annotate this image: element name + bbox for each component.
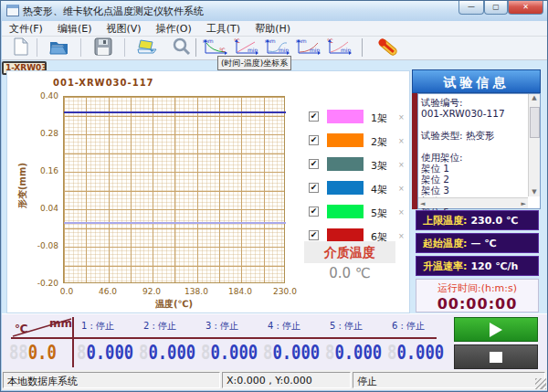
legend-checkbox-5[interactable]: ✔ xyxy=(309,207,319,217)
menu-tools[interactable]: 工具(T) xyxy=(199,20,248,37)
legend-mark-icon[interactable]: × xyxy=(398,137,405,145)
legend-checkbox-6[interactable]: ✔ xyxy=(309,230,319,240)
save-button[interactable] xyxy=(91,37,115,58)
svg-text:min: min xyxy=(279,47,290,53)
scrollbar-thumb[interactable] xyxy=(530,107,540,138)
info-line: 试验编号: xyxy=(421,97,522,108)
app-window: 热变形、维卡软化点温度测定仪软件系统 — ▢ ✕ 文件(F) 编辑(E) 视图(… xyxy=(0,0,548,392)
thermometer-icon xyxy=(374,37,401,59)
info-line: 架位 1 xyxy=(421,163,522,174)
legend-mark-icon[interactable]: × xyxy=(398,232,405,240)
test-info-box: 试验编号: 001-XRW030-117 试验类型: 热变形 使用架位: 架位 … xyxy=(417,93,541,209)
status-bar: 本地数据库系统 X:0.000 , Y:0.000 停止 xyxy=(2,370,547,390)
legend-label-3: 3架 xyxy=(371,159,387,173)
channel-3-header: 3 : 停止 xyxy=(206,320,238,333)
runtime-value: 00:00:00 xyxy=(416,295,538,313)
info-line: 试验类型: 热变形 xyxy=(421,130,522,141)
legend-checkbox-3[interactable]: ✔ xyxy=(309,159,319,169)
legend-label-4: 4架 xyxy=(371,183,387,196)
scroll-left-icon[interactable]: ◄ xyxy=(420,200,425,207)
x-tick: 230.0 xyxy=(267,287,303,296)
plot-area[interactable] xyxy=(63,96,285,283)
magnifier-icon xyxy=(173,37,191,58)
legend-mark-icon[interactable]: × xyxy=(398,113,405,122)
play-icon xyxy=(490,323,502,337)
chart-deform-time2-button[interactable]: mmmin xyxy=(294,37,323,58)
legend-label-1: 1架 xyxy=(371,111,387,125)
channel-4-header: 4 : 停止 xyxy=(268,320,300,333)
resize-grip[interactable] xyxy=(535,378,546,389)
chart-temp-time2-button[interactable]: ℃min xyxy=(325,37,354,58)
x-tick: 184.0 xyxy=(222,287,258,296)
unit-cell: ℃ mm xyxy=(11,317,72,337)
window-title: 热变形、维卡软化点温度测定仪软件系统 xyxy=(23,5,204,18)
menu-help[interactable]: 帮助(H) xyxy=(248,20,298,37)
legend-mark-icon[interactable]: × xyxy=(398,161,405,169)
close-button[interactable]: ✕ xyxy=(508,1,543,15)
channel-6-header: 6 : 停止 xyxy=(392,320,425,333)
readout-panel: ℃ mm 880.0 1 : 停止 2 : 停止 3 : 停止 4 : 停止 5… xyxy=(2,313,547,370)
channel-4-display: 80.000 xyxy=(263,342,320,364)
y-tick: -0.08 xyxy=(24,241,58,250)
maximize-button[interactable]: ▢ xyxy=(484,1,508,15)
scroll-right-icon[interactable]: ► xyxy=(522,200,526,207)
status-run-state: 停止 xyxy=(353,372,545,388)
test-info-header: 试验信息 xyxy=(412,69,541,93)
toolbar-tooltip: (时间-温度)坐标系 xyxy=(217,56,291,70)
legend-swatch-4 xyxy=(327,181,364,195)
legend-checkbox-1[interactable]: ✔ xyxy=(309,111,319,122)
title-bar: 热变形、维卡软化点温度测定仪软件系统 — ▢ ✕ xyxy=(1,1,548,21)
runtime-label: 运行时间:(h:m:s) xyxy=(416,281,538,295)
medium-temp-label: 介质温度 xyxy=(304,241,395,263)
new-document-button[interactable] xyxy=(9,37,33,58)
zoom-button[interactable] xyxy=(170,37,194,58)
y-tick: 0.28 xyxy=(24,129,58,138)
stop-button[interactable] xyxy=(454,344,538,369)
minimize-button[interactable]: — xyxy=(458,1,484,15)
vertical-scrollbar[interactable]: ▲ ▼ xyxy=(528,94,540,196)
channel-2-display: 80.000 xyxy=(139,342,195,364)
heating-rate-row: 升温速率: 120 ℃/h xyxy=(416,256,539,276)
svg-text:min: min xyxy=(341,47,352,53)
chart-temp-time2-icon: ℃min xyxy=(326,37,353,59)
legend-checkbox-2[interactable]: ✔ xyxy=(309,135,319,145)
scroll-up-icon[interactable]: ▲ xyxy=(529,94,540,101)
start-button[interactable] xyxy=(454,317,538,342)
chart-title: 001-XRW030-117 xyxy=(53,78,154,88)
menu-view[interactable]: 视图(V) xyxy=(99,20,148,37)
save-icon xyxy=(94,37,112,58)
legend-checkbox-4[interactable]: ✔ xyxy=(309,183,319,193)
heating-rate-value: 120 ℃/h xyxy=(470,260,518,272)
menu-file[interactable]: 文件(F) xyxy=(2,20,50,37)
channel-5-header: 5 : 停止 xyxy=(330,320,363,333)
upper-temp-row: 上限温度: 230.0 ℃ xyxy=(416,210,539,230)
trace-line-zero xyxy=(64,222,286,224)
start-temp-value: — ℃ xyxy=(470,238,496,249)
info-line: 架位 3 xyxy=(421,185,522,196)
temperature-display: 880.0 xyxy=(9,342,57,364)
x-tick: 138.0 xyxy=(178,287,215,296)
test-info-panel: 试验信息 试验编号: 001-XRW030-117 试验类型: 热变形 使用架位… xyxy=(412,69,543,313)
thermometer-button[interactable] xyxy=(371,37,404,58)
x-tick: 0.0 xyxy=(48,287,85,296)
upper-temp-value: 230.0 ℃ xyxy=(470,215,518,227)
menu-edit[interactable]: 编辑(E) xyxy=(50,20,100,37)
svg-text:mm: mm xyxy=(296,37,307,44)
legend-swatch-3 xyxy=(327,157,364,171)
horizontal-scrollbar[interactable]: ◄ ► xyxy=(418,197,528,208)
chart-deform-time2-icon: mmmin xyxy=(295,37,322,59)
legend-mark-icon[interactable]: × xyxy=(398,208,405,217)
open-file-button[interactable] xyxy=(47,37,71,58)
scroll-down-icon[interactable]: ▼ xyxy=(529,188,540,196)
channel-2-header: 2 : 停止 xyxy=(143,320,176,333)
info-line: 使用架位: xyxy=(421,152,522,163)
menu-operate[interactable]: 操作(O) xyxy=(149,20,199,37)
legend-mark-icon[interactable]: × xyxy=(398,185,405,193)
y-axis-title: 形变(mm) xyxy=(16,154,29,217)
report-button[interactable] xyxy=(135,37,159,58)
unit-mm-label: mm xyxy=(49,317,72,330)
info-line: 架位 2 xyxy=(421,174,522,185)
status-database: 本地数据库系统 xyxy=(3,372,220,388)
svg-text:min: min xyxy=(310,47,321,53)
svg-text:mm: mm xyxy=(265,37,276,44)
